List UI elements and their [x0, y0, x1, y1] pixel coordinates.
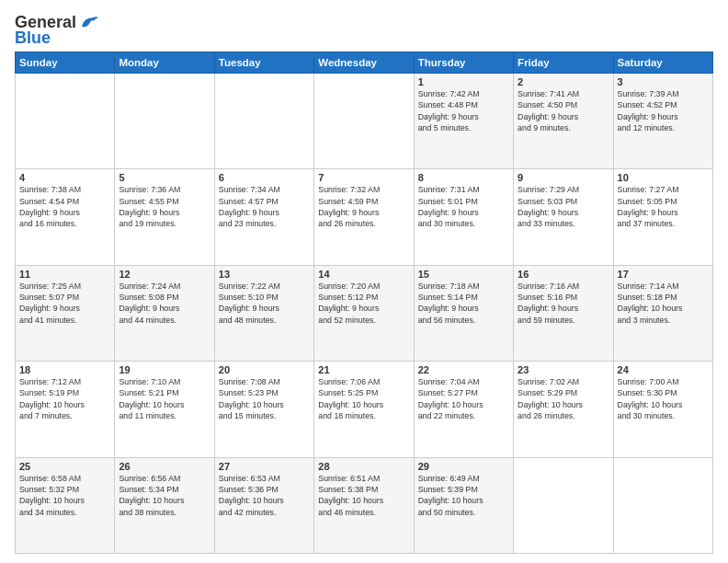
day-info: Sunrise: 7:16 AM Sunset: 5:16 PM Dayligh…: [518, 281, 609, 326]
calendar-cell: [514, 457, 613, 553]
calendar-cell: 1Sunrise: 7:42 AM Sunset: 4:48 PM Daylig…: [414, 74, 513, 169]
calendar-cell: [16, 74, 115, 169]
calendar-cell: 25Sunrise: 6:58 AM Sunset: 5:32 PM Dayli…: [16, 457, 115, 553]
day-number: 6: [219, 172, 310, 183]
calendar-cell: 22Sunrise: 7:04 AM Sunset: 5:27 PM Dayli…: [414, 362, 513, 457]
logo-bird-icon: [78, 15, 98, 29]
logo-blue: Blue: [15, 29, 51, 48]
calendar-cell: 5Sunrise: 7:36 AM Sunset: 4:55 PM Daylig…: [115, 169, 214, 265]
day-info: Sunrise: 7:39 AM Sunset: 4:52 PM Dayligh…: [618, 88, 709, 133]
day-number: 26: [119, 461, 210, 472]
calendar-cell: 11Sunrise: 7:25 AM Sunset: 5:07 PM Dayli…: [16, 265, 115, 361]
day-number: 18: [19, 364, 110, 375]
day-number: 14: [318, 269, 409, 280]
day-info: Sunrise: 7:38 AM Sunset: 4:54 PM Dayligh…: [19, 184, 110, 229]
day-number: 20: [219, 364, 310, 375]
day-number: 24: [618, 364, 709, 375]
day-number: 3: [618, 76, 709, 87]
day-number: 11: [19, 269, 110, 280]
calendar-cell: 29Sunrise: 6:49 AM Sunset: 5:39 PM Dayli…: [414, 457, 513, 553]
calendar-cell: 21Sunrise: 7:06 AM Sunset: 5:25 PM Dayli…: [314, 362, 414, 457]
day-header-thursday: Thursday: [414, 52, 513, 74]
calendar-cell: 7Sunrise: 7:32 AM Sunset: 4:59 PM Daylig…: [314, 169, 414, 265]
day-info: Sunrise: 7:36 AM Sunset: 4:55 PM Dayligh…: [119, 184, 210, 229]
day-info: Sunrise: 7:27 AM Sunset: 5:05 PM Dayligh…: [618, 184, 709, 229]
calendar-week-row: 1Sunrise: 7:42 AM Sunset: 4:48 PM Daylig…: [16, 74, 713, 169]
calendar-cell: 17Sunrise: 7:14 AM Sunset: 5:18 PM Dayli…: [613, 265, 712, 361]
calendar-cell: [214, 74, 313, 169]
logo: General Blue: [15, 13, 98, 48]
day-info: Sunrise: 7:20 AM Sunset: 5:12 PM Dayligh…: [318, 281, 409, 326]
day-info: Sunrise: 7:25 AM Sunset: 5:07 PM Dayligh…: [19, 281, 110, 326]
day-number: 13: [219, 269, 310, 280]
calendar-cell: [613, 457, 712, 553]
day-number: 4: [19, 172, 110, 183]
calendar-cell: 23Sunrise: 7:02 AM Sunset: 5:29 PM Dayli…: [514, 362, 613, 457]
day-number: 29: [418, 461, 509, 472]
day-info: Sunrise: 7:10 AM Sunset: 5:21 PM Dayligh…: [119, 376, 210, 421]
day-number: 28: [318, 461, 409, 472]
day-info: Sunrise: 7:00 AM Sunset: 5:30 PM Dayligh…: [618, 376, 709, 421]
calendar-week-row: 25Sunrise: 6:58 AM Sunset: 5:32 PM Dayli…: [16, 457, 713, 553]
calendar-cell: 26Sunrise: 6:56 AM Sunset: 5:34 PM Dayli…: [115, 457, 214, 553]
day-number: 16: [518, 269, 609, 280]
day-info: Sunrise: 7:12 AM Sunset: 5:19 PM Dayligh…: [19, 376, 110, 421]
day-header-monday: Monday: [115, 52, 214, 74]
day-info: Sunrise: 6:51 AM Sunset: 5:38 PM Dayligh…: [318, 473, 409, 518]
calendar-cell: 12Sunrise: 7:24 AM Sunset: 5:08 PM Dayli…: [115, 265, 214, 361]
calendar-cell: 14Sunrise: 7:20 AM Sunset: 5:12 PM Dayli…: [314, 265, 414, 361]
calendar-cell: 10Sunrise: 7:27 AM Sunset: 5:05 PM Dayli…: [613, 169, 712, 265]
day-info: Sunrise: 6:49 AM Sunset: 5:39 PM Dayligh…: [418, 473, 509, 518]
calendar-week-row: 18Sunrise: 7:12 AM Sunset: 5:19 PM Dayli…: [16, 362, 713, 457]
calendar-cell: 27Sunrise: 6:53 AM Sunset: 5:36 PM Dayli…: [214, 457, 313, 553]
calendar-cell: 2Sunrise: 7:41 AM Sunset: 4:50 PM Daylig…: [514, 74, 613, 169]
day-info: Sunrise: 7:02 AM Sunset: 5:29 PM Dayligh…: [518, 376, 609, 421]
calendar-cell: 18Sunrise: 7:12 AM Sunset: 5:19 PM Dayli…: [16, 362, 115, 457]
day-number: 15: [418, 269, 509, 280]
calendar-cell: 8Sunrise: 7:31 AM Sunset: 5:01 PM Daylig…: [414, 169, 513, 265]
day-number: 9: [518, 172, 609, 183]
calendar-cell: 4Sunrise: 7:38 AM Sunset: 4:54 PM Daylig…: [16, 169, 115, 265]
day-info: Sunrise: 7:04 AM Sunset: 5:27 PM Dayligh…: [418, 376, 509, 421]
day-number: 19: [119, 364, 210, 375]
page: General Blue SundayMondayTuesdayWednesda…: [0, 0, 728, 563]
calendar-cell: 28Sunrise: 6:51 AM Sunset: 5:38 PM Dayli…: [314, 457, 414, 553]
calendar-cell: 16Sunrise: 7:16 AM Sunset: 5:16 PM Dayli…: [514, 265, 613, 361]
day-header-tuesday: Tuesday: [214, 52, 313, 74]
day-number: 23: [518, 364, 609, 375]
day-info: Sunrise: 7:34 AM Sunset: 4:57 PM Dayligh…: [219, 184, 310, 229]
day-info: Sunrise: 7:32 AM Sunset: 4:59 PM Dayligh…: [318, 184, 409, 229]
day-number: 25: [19, 461, 110, 472]
day-number: 17: [618, 269, 709, 280]
calendar-cell: 15Sunrise: 7:18 AM Sunset: 5:14 PM Dayli…: [414, 265, 513, 361]
calendar-cell: 24Sunrise: 7:00 AM Sunset: 5:30 PM Dayli…: [613, 362, 712, 457]
day-info: Sunrise: 7:41 AM Sunset: 4:50 PM Dayligh…: [518, 88, 609, 133]
day-info: Sunrise: 7:14 AM Sunset: 5:18 PM Dayligh…: [618, 281, 709, 326]
day-number: 2: [518, 76, 609, 87]
day-number: 1: [418, 76, 509, 87]
calendar-cell: 20Sunrise: 7:08 AM Sunset: 5:23 PM Dayli…: [214, 362, 313, 457]
calendar-week-row: 11Sunrise: 7:25 AM Sunset: 5:07 PM Dayli…: [16, 265, 713, 361]
day-number: 10: [618, 172, 709, 183]
calendar-table: SundayMondayTuesdayWednesdayThursdayFrid…: [15, 52, 713, 554]
calendar-cell: 9Sunrise: 7:29 AM Sunset: 5:03 PM Daylig…: [514, 169, 613, 265]
day-number: 22: [418, 364, 509, 375]
day-number: 27: [219, 461, 310, 472]
day-info: Sunrise: 7:18 AM Sunset: 5:14 PM Dayligh…: [418, 281, 509, 326]
day-info: Sunrise: 7:24 AM Sunset: 5:08 PM Dayligh…: [119, 281, 210, 326]
calendar-cell: [115, 74, 214, 169]
day-info: Sunrise: 6:56 AM Sunset: 5:34 PM Dayligh…: [119, 473, 210, 518]
calendar-header-row: SundayMondayTuesdayWednesdayThursdayFrid…: [16, 52, 713, 74]
calendar-cell: 3Sunrise: 7:39 AM Sunset: 4:52 PM Daylig…: [613, 74, 712, 169]
day-header-saturday: Saturday: [613, 52, 712, 74]
day-number: 5: [119, 172, 210, 183]
day-info: Sunrise: 7:31 AM Sunset: 5:01 PM Dayligh…: [418, 184, 509, 229]
calendar-cell: 13Sunrise: 7:22 AM Sunset: 5:10 PM Dayli…: [214, 265, 313, 361]
day-header-friday: Friday: [514, 52, 613, 74]
day-header-sunday: Sunday: [16, 52, 115, 74]
header: General Blue: [15, 11, 713, 48]
day-info: Sunrise: 6:53 AM Sunset: 5:36 PM Dayligh…: [219, 473, 310, 518]
day-header-wednesday: Wednesday: [314, 52, 414, 74]
day-number: 8: [418, 172, 509, 183]
day-info: Sunrise: 6:58 AM Sunset: 5:32 PM Dayligh…: [19, 473, 110, 518]
